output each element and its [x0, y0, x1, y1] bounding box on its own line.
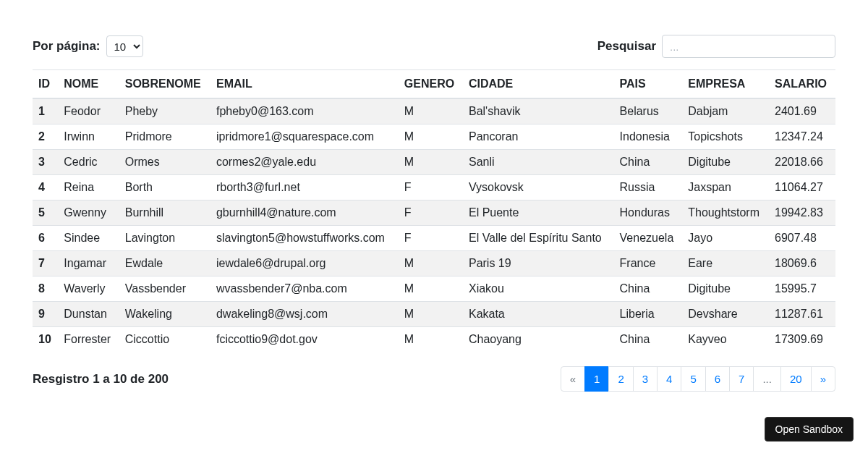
cell-salario: 17309.69 [769, 327, 835, 352]
cell-empresa: Digitube [682, 150, 769, 175]
cell-id: 6 [33, 226, 58, 251]
col-email[interactable]: EMAIL [210, 70, 399, 99]
per-page-label: Por página: [33, 39, 101, 54]
cell-pais: China [614, 276, 683, 302]
col-salario[interactable]: SALARIO [769, 70, 835, 99]
cell-nome: Ingamar [58, 251, 119, 276]
cell-sobrenome: Lavington [119, 226, 210, 251]
cell-email: iewdale6@drupal.org [210, 251, 399, 276]
table-row: 2IrwinnPridmoreipridmore1@squarespace.co… [33, 124, 835, 150]
page-20[interactable]: 20 [780, 366, 812, 392]
cell-empresa: Dabjam [682, 98, 769, 124]
cell-nome: Forrester [58, 327, 119, 352]
cell-sobrenome: Pridmore [119, 124, 210, 150]
col-genero[interactable]: GENERO [399, 70, 463, 99]
cell-genero: M [399, 327, 463, 352]
cell-empresa: Jaxspan [682, 175, 769, 200]
cell-genero: M [399, 251, 463, 276]
cell-empresa: Jayo [682, 226, 769, 251]
cell-cidade: Pancoran [463, 124, 614, 150]
cell-id: 5 [33, 200, 58, 226]
col-nome[interactable]: NOME [58, 70, 119, 99]
page-7[interactable]: 7 [729, 366, 754, 392]
page-5[interactable]: 5 [681, 366, 705, 392]
cell-nome: Cedric [58, 150, 119, 175]
page-20-link[interactable]: 20 [781, 367, 811, 391]
cell-empresa: Devshare [682, 302, 769, 327]
cell-id: 7 [33, 251, 58, 276]
cell-cidade: Xiakou [463, 276, 614, 302]
col-pais[interactable]: PAIS [614, 70, 683, 99]
page-5-link[interactable]: 5 [681, 367, 705, 391]
per-page-select[interactable]: 10 [106, 35, 143, 57]
cell-cidade: El Puente [463, 200, 614, 226]
page-next[interactable]: » [811, 366, 835, 392]
page-4-link[interactable]: 4 [658, 367, 681, 391]
cell-sobrenome: Ormes [119, 150, 210, 175]
cell-cidade: Sanli [463, 150, 614, 175]
cell-genero: M [399, 98, 463, 124]
page-6-link[interactable]: 6 [706, 367, 729, 391]
cell-sobrenome: Vassbender [119, 276, 210, 302]
page-prev: « [561, 366, 585, 392]
cell-pais: Belarus [614, 98, 683, 124]
cell-email: wvassbender7@nba.com [210, 276, 399, 302]
search-control: Pesquisar [597, 35, 835, 58]
cell-pais: Indonesia [614, 124, 683, 150]
cell-empresa: Thoughtstorm [682, 200, 769, 226]
page-3[interactable]: 3 [633, 366, 658, 392]
toolbar: Por página: 10 Pesquisar [33, 35, 835, 58]
cell-email: dwakeling8@wsj.com [210, 302, 399, 327]
page-4[interactable]: 4 [657, 366, 681, 392]
cell-salario: 2401.69 [769, 98, 835, 124]
cell-pais: China [614, 150, 683, 175]
cell-email: gburnhill4@nature.com [210, 200, 399, 226]
cell-nome: Sindee [58, 226, 119, 251]
search-label: Pesquisar [597, 39, 656, 54]
cell-email: fciccottio9@dot.gov [210, 327, 399, 352]
cell-nome: Irwinn [58, 124, 119, 150]
page-2-link[interactable]: 2 [609, 367, 632, 391]
page-2[interactable]: 2 [608, 366, 633, 392]
search-input[interactable] [662, 35, 835, 58]
col-sobrenome[interactable]: SOBRENOME [119, 70, 210, 99]
cell-sobrenome: Pheby [119, 98, 210, 124]
cell-sobrenome: Wakeling [119, 302, 210, 327]
cell-empresa: Eare [682, 251, 769, 276]
page-ellipsis-link: ... [754, 367, 780, 391]
col-cidade[interactable]: CIDADE [463, 70, 614, 99]
cell-email: ipridmore1@squarespace.com [210, 124, 399, 150]
cell-pais: Venezuela [614, 226, 683, 251]
cell-email: rborth3@furl.net [210, 175, 399, 200]
cell-empresa: Topicshots [682, 124, 769, 150]
cell-salario: 11064.27 [769, 175, 835, 200]
table-row: 4ReinaBorthrborth3@furl.netFVysokovskRus… [33, 175, 835, 200]
cell-id: 2 [33, 124, 58, 150]
cell-genero: M [399, 302, 463, 327]
cell-pais: Russia [614, 175, 683, 200]
cell-sobrenome: Ewdale [119, 251, 210, 276]
cell-id: 10 [33, 327, 58, 352]
cell-cidade: Chaoyang [463, 327, 614, 352]
cell-nome: Feodor [58, 98, 119, 124]
page-3-link[interactable]: 3 [634, 367, 657, 391]
page-next-link[interactable]: » [812, 367, 835, 391]
col-id[interactable]: ID [33, 70, 58, 99]
cell-email: cormes2@yale.edu [210, 150, 399, 175]
cell-empresa: Digitube [682, 276, 769, 302]
cell-sobrenome: Ciccottio [119, 327, 210, 352]
cell-salario: 19942.83 [769, 200, 835, 226]
cell-sobrenome: Borth [119, 175, 210, 200]
page-7-link[interactable]: 7 [730, 367, 753, 391]
cell-email: fpheby0@163.com [210, 98, 399, 124]
table-row: 1FeodorPhebyfpheby0@163.comMBal'shavikBe… [33, 98, 835, 124]
page-1-link[interactable]: 1 [585, 367, 608, 391]
page-1[interactable]: 1 [584, 366, 609, 392]
col-empresa[interactable]: EMPRESA [682, 70, 769, 99]
cell-cidade: Paris 19 [463, 251, 614, 276]
table-row: 6SindeeLavingtonslavington5@howstuffwork… [33, 226, 835, 251]
page-6[interactable]: 6 [705, 366, 730, 392]
table-row: 3CedricOrmescormes2@yale.eduMSanliChinaD… [33, 150, 835, 175]
table-row: 9DunstanWakelingdwakeling8@wsj.comMKakat… [33, 302, 835, 327]
cell-salario: 6907.48 [769, 226, 835, 251]
